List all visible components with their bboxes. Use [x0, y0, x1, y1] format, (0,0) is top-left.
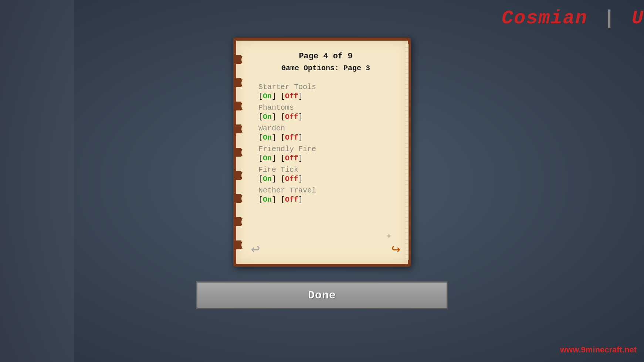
friendly-fire-on[interactable]: On: [263, 154, 272, 163]
top-brand: Cosmian | U: [502, 7, 644, 29]
warden-on[interactable]: On: [263, 133, 272, 142]
option-starter-tools: Starter Tools [On] [Off]: [258, 80, 393, 100]
spine-bump-5: [235, 148, 241, 157]
book-wrapper: Page 4 of 9 Game Options: Page 3 Starter…: [196, 38, 448, 310]
option-friendly-fire: Friendly Fire [On] [Off]: [258, 142, 393, 163]
page-info: Page 4 of 9: [258, 52, 393, 61]
starter-tools-on[interactable]: On: [263, 92, 272, 100]
option-fire-tick: Fire Tick [On] [Off]: [258, 163, 393, 183]
warden-off[interactable]: Off: [285, 133, 298, 142]
option-controls-nether-travel: [On] [Off]: [258, 195, 393, 204]
book-nav: ↪ ↪: [251, 240, 400, 258]
option-name-phantoms: Phantoms: [258, 103, 393, 112]
page-subtitle: Game Options: Page 3: [258, 64, 393, 72]
done-button[interactable]: Done: [196, 281, 448, 310]
option-phantoms: Phantoms [On] [Off]: [258, 100, 393, 121]
option-nether-travel: Nether Travel [On] [Off]: [258, 183, 393, 204]
option-controls-warden: [On] [Off]: [258, 133, 393, 142]
option-name-nether-travel: Nether Travel: [258, 186, 393, 195]
brand-name: Cosmian: [502, 7, 587, 29]
option-name-fire-tick: Fire Tick: [258, 165, 393, 174]
phantoms-on[interactable]: On: [263, 113, 272, 121]
spine-bump-2: [235, 78, 241, 87]
watermark: www.9minecraft.net: [560, 345, 637, 355]
option-warden: Warden [On] [Off]: [258, 121, 393, 142]
fire-tick-on[interactable]: On: [263, 175, 272, 183]
brand-separator: |: [591, 7, 628, 29]
prev-page-button[interactable]: ↪: [251, 240, 260, 258]
spine-bump-9: [235, 240, 241, 249]
phantoms-off[interactable]: Off: [285, 113, 298, 121]
friendly-fire-off[interactable]: Off: [285, 154, 298, 163]
book-spine: [235, 41, 241, 264]
option-controls-starter-tools: [On] [Off]: [258, 92, 393, 100]
starter-tools-off[interactable]: Off: [285, 92, 298, 100]
spine-bump-8: [235, 217, 241, 226]
fire-tick-off[interactable]: Off: [285, 175, 298, 183]
option-controls-phantoms: [On] [Off]: [258, 113, 393, 121]
book-dialog: Page 4 of 9 Game Options: Page 3 Starter…: [233, 38, 411, 267]
spine-bump-3: [235, 102, 241, 110]
spine-bump-1: [235, 55, 241, 64]
spine-bump-7: [235, 194, 241, 203]
options-list: Starter Tools [On] [Off] Phantoms [On] […: [258, 80, 393, 204]
spine-bump-6: [235, 171, 241, 180]
option-controls-friendly-fire: [On] [Off]: [258, 154, 393, 163]
option-name-starter-tools: Starter Tools: [258, 83, 393, 91]
option-name-friendly-fire: Friendly Fire: [258, 145, 393, 153]
next-page-button[interactable]: ↪: [392, 240, 400, 258]
nether-travel-off[interactable]: Off: [285, 195, 298, 204]
option-controls-fire-tick: [On] [Off]: [258, 175, 393, 183]
option-name-warden: Warden: [258, 124, 393, 133]
spine-bump-4: [235, 124, 241, 133]
nether-travel-on[interactable]: On: [263, 195, 272, 204]
brand-suffix: U: [632, 7, 644, 29]
